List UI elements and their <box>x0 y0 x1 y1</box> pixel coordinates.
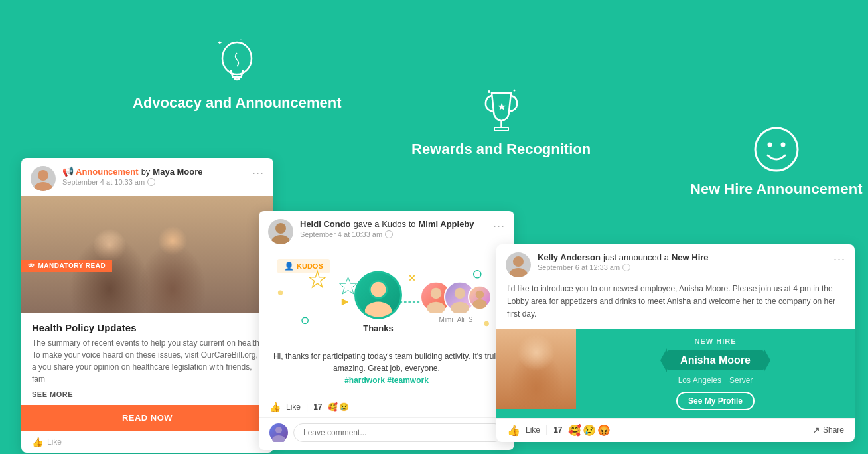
newhire-author-avatar <box>506 252 531 277</box>
read-now-button[interactable]: READ NOW <box>21 405 273 431</box>
thumbs-up-icon: 👍 <box>269 402 281 412</box>
svg-point-20 <box>474 271 481 278</box>
newhire-card-footer: 👍 Like | 17 🥰 😢 😡 ↗ Share <box>496 418 855 442</box>
advocacy-block: ✦ · Advocacy and Announcement <box>133 33 342 112</box>
author-avatar <box>31 166 56 191</box>
newhire-title: New Hire Announcement <box>690 181 863 198</box>
newhire-card-meta-top: Kelly Anderson just announced a New Hire <box>538 252 709 262</box>
newhire-dots-menu[interactable]: ··· <box>833 252 845 266</box>
svg-point-11 <box>755 128 798 171</box>
svg-point-14 <box>38 170 48 181</box>
svg-point-34 <box>455 288 466 299</box>
like-button[interactable]: Like <box>286 402 301 412</box>
svg-point-36 <box>476 291 484 299</box>
recipient-name-3: S <box>469 316 473 323</box>
newhire-name-badge: Anisha Moore <box>667 350 764 370</box>
kudos-card[interactable]: Heidi Condo gave a Kudos to Mimi Appleby… <box>259 211 514 450</box>
svg-text:✦: ✦ <box>217 39 222 46</box>
just-announced-text: just announced a <box>603 252 669 262</box>
like-label[interactable]: Like <box>47 437 62 447</box>
kudos-message: Hi, thanks for participating today's tea… <box>269 350 504 386</box>
svg-point-37 <box>472 299 486 309</box>
reaction-emojis: 🥰 😢 <box>328 402 349 412</box>
newhire-card-header-left: Kelly Anderson just announced a New Hire… <box>506 252 709 277</box>
svg-point-2 <box>222 42 252 74</box>
kudos-avatars-row <box>420 281 492 313</box>
rewards-block: ★ Rewards and Recognition <box>411 86 591 158</box>
newhire-card-header: Kelly Anderson just announced a New Hire… <box>496 244 855 283</box>
emoji-cry: 😢 <box>339 402 349 412</box>
kudos-card-header: Heidi Condo gave a Kudos to Mimi Appleby… <box>259 211 514 250</box>
svg-point-31 <box>370 281 387 298</box>
like-count: 17 <box>313 402 322 412</box>
svg-point-10 <box>513 90 515 92</box>
svg-point-33 <box>427 302 445 313</box>
emoji-angry: 😡 <box>597 424 611 437</box>
svg-line-27 <box>409 275 414 280</box>
kudos-names: Mimi Ali S <box>439 316 473 323</box>
kudos-reactions: 👍 Like | 17 🥰 😢 <box>259 396 514 417</box>
newhire-info-label: NEW HIRE <box>695 337 737 345</box>
announcement-card-header-left: 📢 Announcement by Maya Moore September 4… <box>31 166 203 191</box>
svg-line-26 <box>409 275 414 280</box>
announcement-badge: 📢 Announcement <box>62 166 139 177</box>
announcement-card-header: 📢 Announcement by Maya Moore September 4… <box>21 158 273 196</box>
newhire-reaction-emojis: 🥰 😢 😡 <box>568 424 611 437</box>
thumbs-up-icon: 👍 <box>32 437 43 447</box>
recipient-name-1: Mimi <box>439 316 453 323</box>
comment-input[interactable] <box>293 423 504 442</box>
svg-point-16 <box>275 223 286 234</box>
svg-point-15 <box>34 182 52 191</box>
comment-avatar <box>269 423 288 442</box>
svg-point-9 <box>488 90 490 93</box>
post-text: The summary of recent events to help you… <box>32 337 263 385</box>
kudos-hashtags[interactable]: #hardwork #teamwork <box>344 376 429 385</box>
kudos-author-name: Heidi Condo <box>300 219 351 229</box>
recipient-name-2: Ali <box>457 316 465 323</box>
svg-point-38 <box>275 427 282 433</box>
newhire-info-panel: NEW HIRE Anisha Moore Los Angeles Server… <box>576 329 855 418</box>
share-button[interactable]: ↗ Share <box>812 425 844 435</box>
kudos-card-meta-time: September 4 at 10:33 am <box>300 230 474 238</box>
svg-text:★: ★ <box>497 101 506 112</box>
kudos-visual-wrap: 👤 KUDOS <box>268 259 505 345</box>
see-profile-button[interactable]: See My Profile <box>676 392 755 410</box>
svg-point-30 <box>365 302 392 319</box>
newhire-promo-section: NEW HIRE Anisha Moore Los Angeles Server… <box>496 329 855 418</box>
smiley-icon <box>753 126 800 173</box>
thumbs-up-icon: 👍 <box>507 424 520 437</box>
svg-marker-25 <box>342 299 348 305</box>
newhire-author-name: Kelly Anderson <box>538 252 601 262</box>
kudos-comment-section <box>259 417 514 450</box>
newhire-card-meta-time: September 6 at 12:33 am <box>538 264 709 271</box>
svg-rect-7 <box>494 127 508 131</box>
post-title: Health Policy Updates <box>32 322 263 333</box>
svg-point-12 <box>767 143 772 147</box>
rewards-title: Rewards and Recognition <box>411 141 591 158</box>
person-icon: 👤 <box>284 262 294 271</box>
emoji-cry: 😢 <box>583 424 596 437</box>
thanks-text: Thanks <box>363 323 394 333</box>
newhire-like-button[interactable]: Like <box>526 425 540 435</box>
newhire-location: Los Angeles Server <box>678 376 753 385</box>
announcement-dots-menu[interactable]: ··· <box>252 166 264 180</box>
author-name: Maya Moore <box>153 167 202 177</box>
kudos-author-avatar <box>268 219 293 244</box>
announcement-card-image: 👁 MANDATORY READ <box>21 196 273 313</box>
kudos-avatar-3 <box>468 285 492 309</box>
kudos-recipients-group: Mimi Ali S <box>420 281 492 323</box>
kudos-content: 👤 KUDOS <box>259 250 514 396</box>
svg-text:·: · <box>240 37 242 42</box>
see-more-link[interactable]: SEE MORE <box>32 390 263 398</box>
newhire-card[interactable]: Kelly Anderson just announced a New Hire… <box>496 244 855 442</box>
svg-marker-19 <box>309 271 325 287</box>
kudos-label: 👤 KUDOS <box>277 259 330 273</box>
card-meta: 📢 Announcement by Maya Moore September 4… <box>62 166 203 186</box>
newhire-announcement-block: New Hire Announcement <box>690 126 863 198</box>
emoji-heart: 🥰 <box>328 402 338 412</box>
card-meta-top: 📢 Announcement by Maya Moore <box>62 166 203 177</box>
newhire-like-count: 17 <box>553 425 562 435</box>
kudos-dots-menu[interactable]: ··· <box>493 219 505 233</box>
announcement-card[interactable]: 📢 Announcement by Maya Moore September 4… <box>21 158 273 453</box>
newhire-photo <box>496 329 576 409</box>
